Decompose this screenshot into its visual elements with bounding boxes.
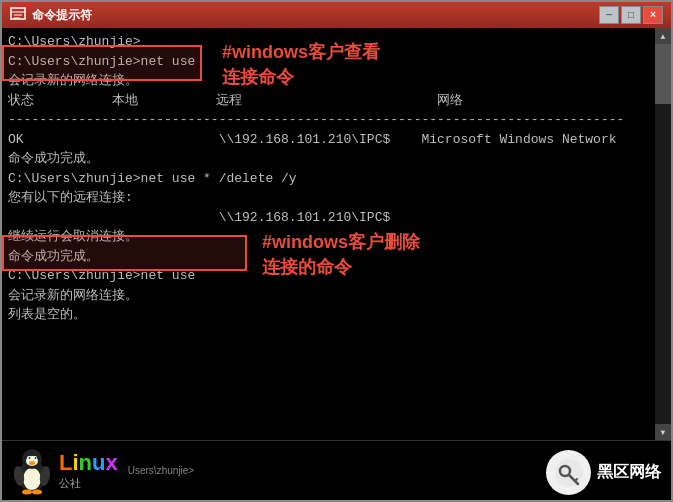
- bottom-bar: Linux 公社 Users\zhunjie> 黑区网络: [2, 440, 671, 500]
- close-button[interactable]: ×: [643, 6, 663, 24]
- window-title: 命令提示符: [32, 7, 599, 24]
- annotation-view-command: #windows客户查看连接命令: [222, 40, 380, 90]
- console-line: \\192.168.101.210\IPC$: [8, 208, 649, 228]
- maximize-button[interactable]: □: [621, 6, 641, 24]
- console-line: C:\Users\zhunjie>net use * /delete /y: [8, 169, 649, 189]
- minimize-button[interactable]: ─: [599, 6, 619, 24]
- svg-rect-0: [11, 8, 25, 19]
- console-line: ----------------------------------------…: [8, 110, 649, 130]
- window-controls: ─ □ ×: [599, 6, 663, 24]
- heiqu-icon: [546, 450, 591, 495]
- annotation1-line2: 连接命令: [222, 67, 294, 87]
- console-line: 会记录新的网络连接。: [8, 286, 649, 306]
- letter-n: n: [79, 450, 92, 475]
- tux-icon: [10, 446, 55, 496]
- key-icon: [554, 458, 584, 488]
- console-line: OK \\192.168.101.210\IPC$ Microsoft Wind…: [8, 130, 649, 150]
- svg-point-10: [29, 457, 31, 459]
- svg-point-14: [32, 489, 42, 494]
- scroll-down-button[interactable]: ▼: [655, 424, 671, 440]
- cmd-window: 命令提示符 ─ □ × C:\Users\zhunjie> C:\Users\z…: [0, 0, 673, 502]
- console-line: 列表是空的。: [8, 305, 649, 325]
- highlight-box-2: [2, 235, 247, 271]
- svg-point-5: [23, 468, 41, 490]
- linux-logo: Linux 公社: [10, 446, 118, 496]
- title-bar: 命令提示符 ─ □ ×: [2, 2, 671, 28]
- scrollbar-thumb[interactable]: [655, 44, 671, 104]
- letter-L: L: [59, 450, 72, 475]
- gongshe-text: 公社: [59, 476, 118, 491]
- svg-point-11: [35, 457, 37, 459]
- scroll-up-button[interactable]: ▲: [655, 28, 671, 44]
- url-text: Users\zhunjie>: [128, 465, 194, 476]
- svg-line-20: [575, 479, 577, 481]
- console-content[interactable]: C:\Users\zhunjie> C:\Users\zhunjie>net u…: [2, 28, 655, 440]
- console-line: 状态 本地 远程 网络: [8, 91, 649, 111]
- linux-brand-text: Linux: [59, 450, 118, 476]
- heiqu-text: 黑区网络: [597, 462, 661, 483]
- highlight-box-1: [2, 45, 202, 81]
- window-icon: [10, 7, 26, 23]
- annotation1-line1: #windows客户查看: [222, 42, 380, 62]
- svg-point-12: [29, 461, 35, 465]
- letter-u: u: [92, 450, 105, 475]
- console-line: 命令成功完成。: [8, 149, 649, 169]
- annotation2-line2: 连接的命令: [262, 257, 352, 277]
- svg-point-13: [22, 489, 32, 494]
- scrollbar-track: [655, 44, 671, 424]
- annotation2-line1: #windows客户删除: [262, 232, 420, 252]
- scrollbar[interactable]: ▲ ▼: [655, 28, 671, 440]
- watermark-right: 黑区网络: [546, 450, 661, 495]
- annotation-delete-command: #windows客户删除连接的命令: [262, 230, 420, 280]
- console-body: C:\Users\zhunjie> C:\Users\zhunjie>net u…: [2, 28, 671, 440]
- letter-x: x: [105, 450, 117, 475]
- console-line: 您有以下的远程连接:: [8, 188, 649, 208]
- linux-text: Linux 公社: [59, 450, 118, 491]
